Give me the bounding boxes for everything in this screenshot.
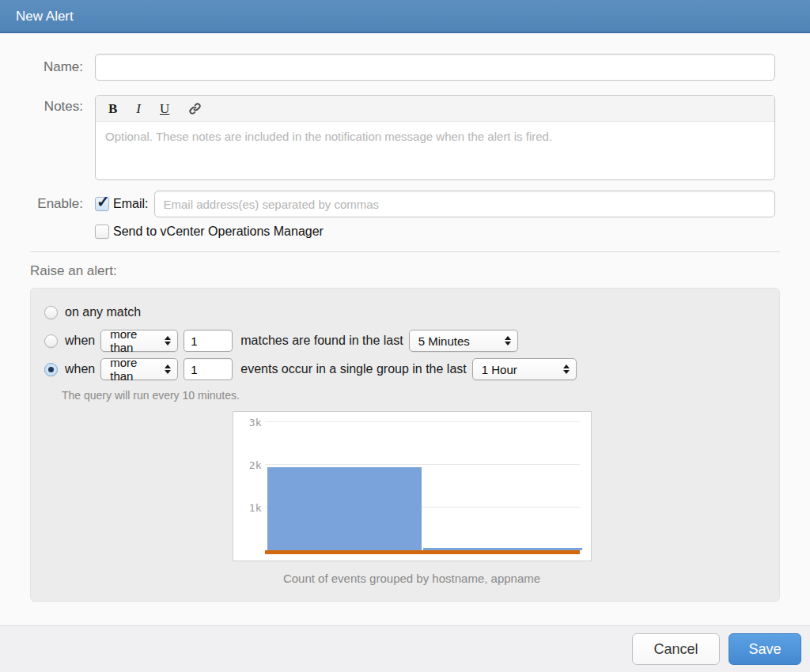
select-arrows-icon xyxy=(505,336,511,345)
event-count-input[interactable] xyxy=(184,358,233,380)
matches-window-text: matches are found in the last xyxy=(240,334,403,348)
operator-select-value: more than xyxy=(110,327,158,354)
bold-button[interactable]: B xyxy=(108,102,117,115)
enable-row: Enable: ✓ Email: xyxy=(0,191,810,217)
save-button[interactable]: Save xyxy=(729,633,801,665)
option-group-window: when more than events occur in a single … xyxy=(44,357,779,381)
email-checkbox-label: Email: xyxy=(113,197,148,211)
match-count-input[interactable] xyxy=(184,330,233,352)
email-checkbox[interactable]: ✓ xyxy=(95,197,109,211)
time-window-select-value: 5 Minutes xyxy=(418,334,470,348)
section-divider xyxy=(30,251,780,252)
chart-ytick: 3k xyxy=(240,417,262,428)
notes-label: Notes: xyxy=(0,95,95,180)
raise-alert-heading: Raise an alert: xyxy=(30,263,810,279)
when-label: when xyxy=(65,362,95,376)
matches-window-radio[interactable] xyxy=(44,334,58,348)
chart-gridline xyxy=(265,464,580,465)
dialog-footer: Cancel Save xyxy=(0,625,810,672)
chart-bar xyxy=(267,467,422,550)
name-label: Name: xyxy=(0,54,95,81)
chart-ytick: 2k xyxy=(240,459,262,471)
italic-button[interactable]: I xyxy=(136,102,141,115)
operator-select[interactable]: more than xyxy=(100,358,178,380)
query-interval-note: The query will run every 10 minutes. xyxy=(62,389,779,402)
notes-row: Notes: B I U Optional. These notes are i… xyxy=(0,95,810,180)
group-time-window-select[interactable]: 1 Hour xyxy=(472,358,577,380)
chart-gridline xyxy=(265,421,580,422)
notes-placeholder-text: Optional. These notes are included in th… xyxy=(96,122,774,151)
chart-ytick: 1k xyxy=(240,502,262,514)
option-matches-window: when more than matches are found in the … xyxy=(44,329,779,353)
select-arrows-icon xyxy=(165,336,171,345)
alert-preview-chart: 3k2k1k xyxy=(233,411,592,561)
vcops-checkbox-label: Send to vCenter Operations Manager xyxy=(113,225,324,239)
any-match-label: on any match xyxy=(65,305,141,319)
group-window-text: events occur in a single group in the la… xyxy=(240,362,467,376)
vcops-checkbox[interactable]: ✓ xyxy=(95,225,109,239)
option-any-match: on any match xyxy=(44,303,779,322)
notes-toolbar: B I U xyxy=(96,96,774,122)
any-match-radio[interactable] xyxy=(44,306,58,319)
operator-select[interactable]: more than xyxy=(100,330,178,352)
email-input[interactable] xyxy=(154,191,775,217)
chart-threshold-line xyxy=(265,550,580,554)
time-window-select[interactable]: 5 Minutes xyxy=(409,330,518,352)
group-time-window-select-value: 1 Hour xyxy=(482,363,517,376)
select-arrows-icon xyxy=(165,364,171,374)
group-window-radio[interactable] xyxy=(44,363,58,376)
name-row: Name: xyxy=(0,54,810,81)
cancel-button[interactable]: Cancel xyxy=(632,633,720,665)
operator-select-value: more than xyxy=(110,356,158,383)
new-alert-form: Name: Notes: B I U Opti xyxy=(0,33,810,602)
alert-conditions-panel: on any match when more than matches are … xyxy=(30,288,780,602)
underline-button[interactable]: U xyxy=(160,102,169,115)
vcops-row: ✓ Send to vCenter Operations Manager xyxy=(95,225,810,239)
dialog-title: New Alert xyxy=(0,0,810,33)
name-input[interactable] xyxy=(95,54,775,81)
select-arrows-icon xyxy=(563,364,570,374)
link-icon[interactable] xyxy=(188,102,202,115)
when-label: when xyxy=(65,334,95,348)
notes-editor[interactable]: B I U Optional. These notes are included… xyxy=(95,95,775,180)
enable-label: Enable: xyxy=(0,191,95,217)
checkmark-icon: ✓ xyxy=(97,192,110,211)
chart-caption: Count of events grouped by hostname, app… xyxy=(44,572,779,585)
